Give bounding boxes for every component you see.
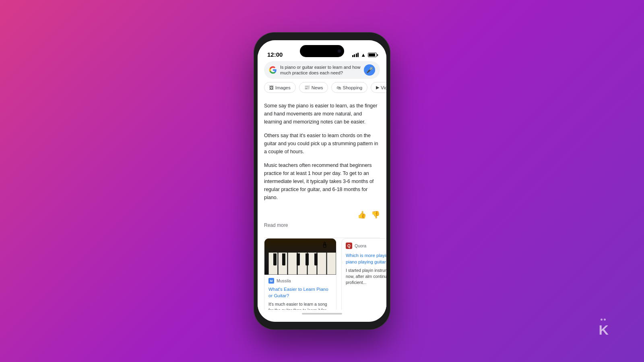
images-tab-icon: 🖼 [269,85,274,90]
search-bar[interactable]: Is piano or guitar easier to learn and h… [264,61,380,79]
card-1-snippet: It's much easier to learn a song for the… [264,301,336,310]
feedback-row: 👍 👎 [264,207,380,221]
thumbs-up-button[interactable]: 👍 [357,210,366,219]
tab-shopping-label: Shopping [343,85,362,90]
card-2-source-name: Quora [355,243,366,248]
answer-paragraph-1: Some say the piano is easier to learn, a… [264,102,380,126]
shopping-tab-icon: 🛍 [336,85,341,90]
google-logo-icon [269,66,277,74]
phone-screen: 12:00 ▲ [258,40,386,322]
tab-news[interactable]: 📰 News [299,82,328,93]
thumbs-down-button[interactable]: 👎 [371,210,380,219]
article-cards-section: 🕯 M Mussila What's Easier to Learn Piano… [258,238,386,310]
mussila-icon: M [268,278,274,284]
status-icons: ▲ [352,52,377,58]
read-more-link[interactable]: Read more [264,221,380,233]
dynamic-island [300,45,344,57]
news-tab-icon: 📰 [304,85,310,90]
card-2-source-row: Q Quora [342,239,386,251]
answer-section: Some say the piano is easier to learn, a… [258,97,386,238]
home-indicator [258,310,386,322]
signal-bar-3 [356,53,357,57]
card-1-source-row: M Mussila [264,275,336,285]
tab-videos-label: Vide... [381,85,386,90]
tab-images[interactable]: 🖼 Images [264,82,296,93]
quora-icon: Q [346,243,352,249]
card-1-title[interactable]: What's Easier to Learn Piano or Guitar? [264,285,336,301]
home-bar [302,313,342,315]
card-2-title[interactable]: Which is more playing piano playing guit… [342,251,386,267]
tab-news-label: News [312,85,323,90]
tab-shopping[interactable]: 🛍 Shopping [331,82,367,93]
signal-bar-4 [357,53,359,57]
card-1-source-name: Mussila [277,278,291,283]
watermark-dot-1 [601,319,603,321]
watermark-container: K [599,319,608,338]
mic-icon: 🎤 [366,67,373,73]
phone-frame: 12:00 ▲ [254,32,390,330]
wifi-icon: ▲ [361,52,366,58]
mic-button[interactable]: 🎤 [364,64,375,76]
answer-paragraph-2: Others say that it's easier to learn cho… [264,132,380,156]
videos-tab-icon: ▶ [376,85,379,90]
signal-bars-icon [352,53,359,57]
battery-icon [368,53,377,57]
signal-bar-1 [352,55,353,57]
watermark-dots [599,319,608,321]
tab-images-label: Images [275,85,291,90]
card-1-image: 🕯 [264,239,336,275]
tab-videos[interactable]: ▶ Vide... [371,82,386,93]
main-content: Some say the piano is easier to learn, a… [258,97,386,310]
article-card-2[interactable]: Q Quora Which is more playing piano play… [341,238,386,310]
camera-dot [338,49,341,53]
watermark-dot-2 [604,319,606,321]
filter-tabs-container: 🖼 Images 📰 News 🛍 Shopping ▶ Vide... [258,82,386,97]
article-card-1[interactable]: 🕯 M Mussila What's Easier to Learn Piano… [264,238,336,310]
signal-bar-2 [354,54,355,57]
search-query-text: Is piano or guitar easier to learn and h… [280,64,361,76]
watermark-k: K [599,322,608,338]
card-2-snippet: I started playin instruments th now, aft… [342,267,386,289]
battery-fill [369,53,375,56]
answer-paragraph-3: Music teachers often recommend that begi… [264,161,380,202]
status-time: 12:00 [267,51,283,58]
